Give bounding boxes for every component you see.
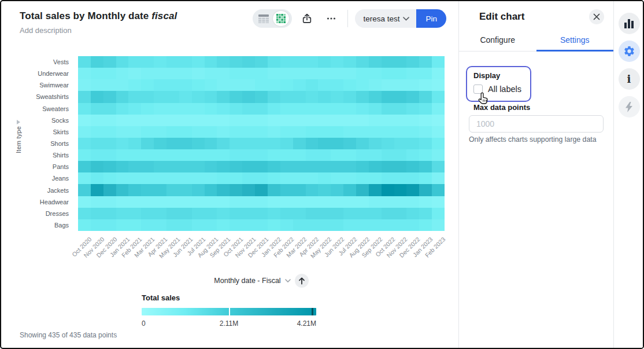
heatmap-cell[interactable] xyxy=(141,196,154,208)
heatmap-cell[interactable] xyxy=(255,126,268,138)
heatmap-cell[interactable] xyxy=(369,68,382,79)
heatmap-cell[interactable] xyxy=(103,68,116,79)
heatmap-cell[interactable] xyxy=(406,161,419,172)
heatmap-cell[interactable] xyxy=(293,219,306,231)
heatmap-cell[interactable] xyxy=(166,149,179,161)
heatmap-cell[interactable] xyxy=(116,126,129,138)
heatmap-cell[interactable] xyxy=(318,138,331,149)
heatmap-cell[interactable] xyxy=(306,161,319,172)
move-axis-up-button[interactable] xyxy=(295,274,309,288)
heatmap-cell[interactable] xyxy=(406,115,419,126)
heatmap-cell[interactable] xyxy=(306,103,319,115)
heatmap-cell[interactable] xyxy=(166,91,179,102)
heatmap-cell[interactable] xyxy=(217,208,230,219)
heatmap-cell[interactable] xyxy=(116,68,129,79)
heatmap-cell[interactable] xyxy=(242,161,255,172)
heatmap-cell[interactable] xyxy=(217,91,230,102)
heatmap-cell[interactable] xyxy=(91,56,103,68)
heatmap-cell[interactable] xyxy=(116,208,129,219)
heatmap-cell[interactable] xyxy=(141,208,154,219)
heatmap-cell[interactable] xyxy=(356,56,369,68)
heatmap-cell[interactable] xyxy=(318,68,331,79)
heatmap-cell[interactable] xyxy=(166,126,179,138)
heatmap-cell[interactable] xyxy=(419,103,432,115)
heatmap-cell[interactable] xyxy=(78,172,91,184)
heatmap-cell[interactable] xyxy=(382,138,394,149)
heatmap-cell[interactable] xyxy=(103,126,116,138)
heatmap-cell[interactable] xyxy=(230,79,242,91)
heatmap-cell[interactable] xyxy=(331,103,343,115)
heatmap-cell[interactable] xyxy=(318,79,331,91)
heatmap-cell[interactable] xyxy=(192,115,205,126)
heatmap-cell[interactable] xyxy=(268,161,280,172)
heatmap-cell[interactable] xyxy=(128,115,141,126)
heatmap-cell[interactable] xyxy=(280,126,293,138)
heatmap-cell[interactable] xyxy=(255,149,268,161)
heatmap-cell[interactable] xyxy=(406,91,419,102)
heatmap-cell[interactable] xyxy=(103,184,116,196)
heatmap-cell[interactable] xyxy=(179,208,192,219)
heatmap-cell[interactable] xyxy=(306,79,319,91)
heatmap-cell[interactable] xyxy=(242,56,255,68)
heatmap-cell[interactable] xyxy=(242,126,255,138)
heatmap-cell[interactable] xyxy=(369,161,382,172)
heatmap-cell[interactable] xyxy=(116,56,129,68)
heatmap-cell[interactable] xyxy=(166,56,179,68)
heatmap-cell[interactable] xyxy=(192,184,205,196)
heatmap-cell[interactable] xyxy=(382,56,394,68)
heatmap-cell[interactable] xyxy=(217,126,230,138)
heatmap-cell[interactable] xyxy=(382,208,394,219)
heatmap-cell[interactable] xyxy=(141,103,154,115)
heatmap-cell[interactable] xyxy=(242,172,255,184)
heatmap-cell[interactable] xyxy=(331,172,343,184)
heatmap-cell[interactable] xyxy=(116,138,129,149)
collapse-arrow-icon[interactable] xyxy=(17,120,20,124)
heatmap-cell[interactable] xyxy=(369,149,382,161)
heatmap-cell[interactable] xyxy=(419,91,432,102)
heatmap-cell[interactable] xyxy=(116,79,129,91)
heatmap-cell[interactable] xyxy=(432,138,445,149)
heatmap-cell[interactable] xyxy=(331,79,343,91)
heatmap-cell[interactable] xyxy=(331,56,343,68)
heatmap-cell[interactable] xyxy=(91,208,103,219)
heatmap-cell[interactable] xyxy=(419,56,432,68)
heatmap-cell[interactable] xyxy=(141,68,154,79)
workbook-selector[interactable]: teresa test xyxy=(355,9,416,28)
heatmap-cell[interactable] xyxy=(394,149,407,161)
heatmap-cell[interactable] xyxy=(166,115,179,126)
heatmap-cell[interactable] xyxy=(205,196,217,208)
heatmap-cell[interactable] xyxy=(356,126,369,138)
add-description[interactable]: Add description xyxy=(20,26,177,35)
heatmap-cell[interactable] xyxy=(255,138,268,149)
heatmap-cell[interactable] xyxy=(255,103,268,115)
heatmap-cell[interactable] xyxy=(382,68,394,79)
heatmap-cell[interactable] xyxy=(242,184,255,196)
heatmap-cell[interactable] xyxy=(128,79,141,91)
heatmap-cell[interactable] xyxy=(103,196,116,208)
heatmap-cell[interactable] xyxy=(331,184,343,196)
heatmap-cell[interactable] xyxy=(141,56,154,68)
heatmap-cell[interactable] xyxy=(217,149,230,161)
heatmap-cell[interactable] xyxy=(369,79,382,91)
heatmap-cell[interactable] xyxy=(293,161,306,172)
heatmap-cell[interactable] xyxy=(356,219,369,231)
heatmap-cell[interactable] xyxy=(318,103,331,115)
heatmap-cell[interactable] xyxy=(128,149,141,161)
legend-gradient-bar[interactable] xyxy=(142,308,316,315)
heatmap-cell[interactable] xyxy=(394,196,407,208)
heatmap-cell[interactable] xyxy=(217,68,230,79)
heatmap-cell[interactable] xyxy=(192,196,205,208)
heatmap-cell[interactable] xyxy=(192,56,205,68)
heatmap-cell[interactable] xyxy=(406,79,419,91)
heatmap-cell[interactable] xyxy=(242,91,255,102)
heatmap-cell[interactable] xyxy=(91,196,103,208)
heatmap-cell[interactable] xyxy=(154,161,166,172)
heatmap-cell[interactable] xyxy=(406,68,419,79)
heatmap-cell[interactable] xyxy=(179,161,192,172)
heatmap-cell[interactable] xyxy=(242,208,255,219)
heatmap-cell[interactable] xyxy=(217,138,230,149)
heatmap-cell[interactable] xyxy=(293,91,306,102)
heatmap-cell[interactable] xyxy=(432,126,445,138)
heatmap-cell[interactable] xyxy=(343,138,356,149)
heatmap-cell[interactable] xyxy=(356,172,369,184)
